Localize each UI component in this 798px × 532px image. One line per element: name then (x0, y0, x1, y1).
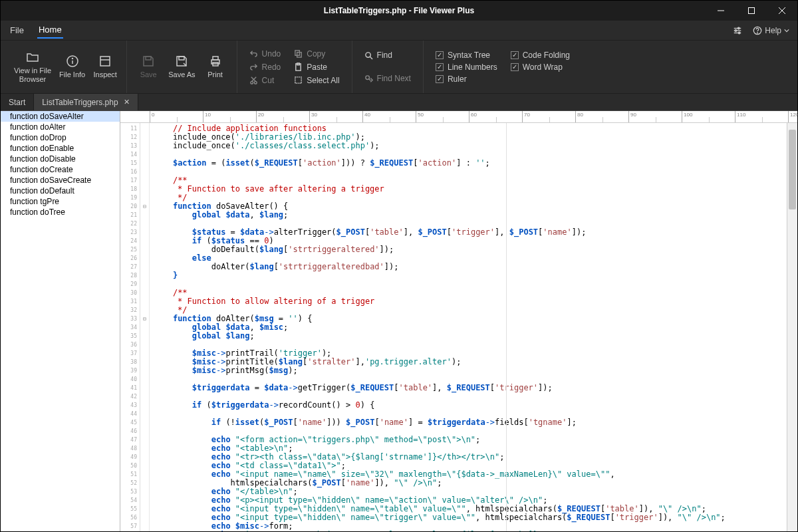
settings-icon[interactable] (733, 26, 742, 35)
code-editor[interactable]: 0102030405060708090100110120130140150 11… (120, 111, 797, 531)
save-icon (142, 55, 155, 68)
svg-rect-30 (295, 77, 301, 83)
word-wrap-checkbox[interactable]: Word Wrap (508, 62, 573, 72)
close-button[interactable] (767, 1, 797, 21)
help-menu[interactable]: Help (753, 26, 789, 35)
sidebar-item[interactable]: function doSaveCreate (1, 175, 120, 186)
document-tabs: Start ListTableTriggers.php ✕ (1, 94, 797, 111)
save-as-button[interactable]: Save As (164, 52, 199, 81)
svg-line-34 (368, 78, 370, 80)
svg-point-11 (757, 33, 758, 33)
fold-gutter[interactable]: ⊟⊟ (140, 123, 150, 531)
tab-start[interactable]: Start (1, 94, 34, 110)
syntax-tree-checkbox[interactable]: Syntax Tree (433, 50, 500, 61)
close-tab-icon[interactable]: ✕ (124, 98, 130, 106)
scrollbar-thumb[interactable] (789, 130, 796, 209)
line-numbers-checkbox[interactable]: Line Numbers (433, 62, 500, 72)
svg-point-22 (250, 81, 253, 84)
sidebar-item[interactable]: function doDisable (1, 154, 120, 164)
copy-button[interactable]: Copy (291, 48, 342, 60)
ruler: 0102030405060708090100110120130140150 (120, 111, 797, 123)
syntax-tree-sidebar[interactable]: function doSaveAlterfunction doAlterfunc… (1, 111, 120, 531)
file-info-button[interactable]: File Info (55, 52, 89, 81)
checkbox-icon (436, 75, 444, 83)
maximize-button[interactable] (736, 1, 767, 21)
sidebar-item[interactable]: function doTree (1, 207, 120, 217)
titlebar: ListTableTriggers.php - File Viewer Plus (1, 1, 797, 21)
print-button[interactable]: Print (200, 52, 231, 81)
sidebar-item[interactable]: function doAlter (1, 122, 120, 132)
find-button[interactable]: Find (362, 49, 414, 61)
sidebar-item[interactable]: function doEnable (1, 143, 120, 154)
menu-file[interactable]: File (9, 23, 25, 38)
svg-point-23 (254, 81, 257, 84)
sidebar-item[interactable]: function tgPre (1, 196, 120, 207)
svg-line-32 (370, 57, 372, 59)
menu-bar: File Home Help (1, 21, 797, 41)
svg-point-31 (365, 52, 370, 57)
vertical-scrollbar[interactable] (787, 123, 797, 531)
sidebar-item[interactable]: function doSaveAlter (1, 111, 120, 122)
svg-rect-20 (213, 57, 218, 60)
sidebar-item[interactable]: function doCreate (1, 164, 120, 175)
menu-home[interactable]: Home (37, 22, 63, 39)
ribbon: View in File Browser File Info Inspect S… (1, 41, 797, 94)
tab-file[interactable]: ListTableTriggers.php ✕ (34, 94, 138, 110)
paste-button[interactable]: Paste (291, 61, 342, 73)
code-content[interactable]: // Include application functions include… (150, 123, 787, 531)
print-icon (209, 55, 222, 68)
svg-point-14 (72, 59, 72, 59)
find-next-button[interactable]: Find Next (362, 72, 414, 84)
view-in-file-browser-button[interactable]: View in File Browser (10, 48, 55, 85)
checkbox-icon (436, 51, 444, 59)
window-title: ListTableTriggers.php - File Viewer Plus (324, 6, 474, 15)
svg-rect-18 (179, 57, 184, 60)
undo-button[interactable]: Undo (247, 48, 284, 60)
minimize-button[interactable] (706, 1, 736, 21)
inspect-icon (98, 55, 112, 68)
redo-button[interactable]: Redo (247, 61, 284, 73)
svg-rect-15 (100, 57, 110, 66)
checkbox-icon (511, 51, 519, 59)
sidebar-item[interactable]: function doDrop (1, 132, 120, 143)
inspect-button[interactable]: Inspect (89, 52, 121, 81)
select-all-button[interactable]: Select All (291, 74, 342, 86)
ruler-checkbox[interactable]: Ruler (433, 74, 500, 84)
info-icon (66, 55, 79, 68)
save-button: Save (132, 52, 164, 81)
code-folding-checkbox[interactable]: Code Folding (508, 50, 573, 61)
checkbox-icon (436, 63, 444, 71)
svg-rect-17 (146, 57, 151, 60)
checkbox-icon (511, 63, 519, 71)
svg-rect-1 (749, 8, 755, 14)
sidebar-item[interactable]: function doDefault (1, 186, 120, 196)
line-number-gutter: 1112131415161718192021222324252627282930… (120, 123, 140, 531)
save-as-icon (175, 55, 188, 68)
folder-icon (26, 51, 39, 64)
cut-button[interactable]: Cut (247, 74, 284, 86)
